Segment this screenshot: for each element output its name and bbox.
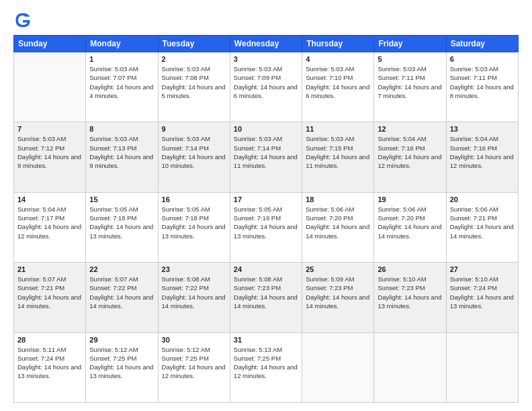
day-header-monday: Monday xyxy=(86,36,158,52)
calendar-cell: 4Sunrise: 5:03 AMSunset: 7:10 PMDaylight… xyxy=(302,52,374,122)
day-info: Sunrise: 5:10 AMSunset: 7:23 PMDaylight:… xyxy=(378,275,442,310)
calendar-cell: 14Sunrise: 5:04 AMSunset: 7:17 PMDayligh… xyxy=(14,192,86,262)
calendar-table: SundayMondayTuesdayWednesdayThursdayFrid… xyxy=(13,35,519,403)
day-info: Sunrise: 5:04 AMSunset: 7:17 PMDaylight:… xyxy=(17,205,82,240)
day-info: Sunrise: 5:05 AMSunset: 7:18 PMDaylight:… xyxy=(89,205,154,240)
calendar-cell: 6Sunrise: 5:03 AMSunset: 7:11 PMDaylight… xyxy=(446,52,518,122)
calendar-cell: 9Sunrise: 5:03 AMSunset: 7:14 PMDaylight… xyxy=(158,122,230,192)
calendar-cell: 20Sunrise: 5:06 AMSunset: 7:21 PMDayligh… xyxy=(446,192,518,262)
day-header-friday: Friday xyxy=(374,36,446,52)
day-number: 15 xyxy=(89,195,154,203)
day-number: 21 xyxy=(17,265,82,273)
day-info: Sunrise: 5:03 AMSunset: 7:11 PMDaylight:… xyxy=(378,64,442,100)
day-number: 28 xyxy=(17,336,82,344)
day-number: 11 xyxy=(306,125,370,133)
day-number: 1 xyxy=(89,55,154,63)
day-number: 10 xyxy=(234,125,298,133)
calendar-cell: 3Sunrise: 5:03 AMSunset: 7:09 PMDaylight… xyxy=(230,52,302,122)
day-info: Sunrise: 5:03 AMSunset: 7:10 PMDaylight:… xyxy=(306,64,370,100)
day-info: Sunrise: 5:03 AMSunset: 7:13 PMDaylight:… xyxy=(89,134,154,170)
calendar-cell: 12Sunrise: 5:04 AMSunset: 7:16 PMDayligh… xyxy=(374,122,446,192)
day-number: 20 xyxy=(450,195,515,203)
calendar-week-row: 7Sunrise: 5:03 AMSunset: 7:12 PMDaylight… xyxy=(14,122,519,192)
day-info: Sunrise: 5:08 AMSunset: 7:23 PMDaylight:… xyxy=(234,275,298,310)
day-info: Sunrise: 5:09 AMSunset: 7:23 PMDaylight:… xyxy=(306,275,370,310)
calendar-week-row: 14Sunrise: 5:04 AMSunset: 7:17 PMDayligh… xyxy=(14,192,519,262)
day-info: Sunrise: 5:03 AMSunset: 7:14 PMDaylight:… xyxy=(162,134,226,170)
day-number: 7 xyxy=(17,125,82,133)
day-number: 4 xyxy=(306,55,370,63)
day-number: 14 xyxy=(17,195,82,203)
day-number: 3 xyxy=(234,55,298,63)
day-info: Sunrise: 5:08 AMSunset: 7:22 PMDaylight:… xyxy=(162,275,226,310)
calendar-cell: 27Sunrise: 5:10 AMSunset: 7:24 PMDayligh… xyxy=(446,263,518,332)
day-number: 26 xyxy=(378,265,442,273)
day-number: 13 xyxy=(450,125,515,133)
day-info: Sunrise: 5:07 AMSunset: 7:21 PMDaylight:… xyxy=(17,275,82,310)
day-info: Sunrise: 5:11 AMSunset: 7:24 PMDaylight:… xyxy=(17,345,82,381)
day-header-saturday: Saturday xyxy=(446,36,518,52)
calendar-cell: 30Sunrise: 5:12 AMSunset: 7:25 PMDayligh… xyxy=(158,332,230,402)
day-number: 25 xyxy=(306,265,370,273)
calendar-cell: 1Sunrise: 5:03 AMSunset: 7:07 PMDaylight… xyxy=(86,52,158,122)
calendar-cell: 2Sunrise: 5:03 AMSunset: 7:08 PMDaylight… xyxy=(158,52,230,122)
day-number: 2 xyxy=(162,55,226,63)
day-info: Sunrise: 5:06 AMSunset: 7:21 PMDaylight:… xyxy=(450,205,515,240)
calendar-cell: 24Sunrise: 5:08 AMSunset: 7:23 PMDayligh… xyxy=(230,263,302,332)
day-info: Sunrise: 5:03 AMSunset: 7:07 PMDaylight:… xyxy=(89,64,154,100)
calendar-header-row: SundayMondayTuesdayWednesdayThursdayFrid… xyxy=(14,36,519,52)
day-info: Sunrise: 5:07 AMSunset: 7:22 PMDaylight:… xyxy=(89,275,154,310)
calendar-cell: 28Sunrise: 5:11 AMSunset: 7:24 PMDayligh… xyxy=(14,332,86,402)
calendar-week-row: 28Sunrise: 5:11 AMSunset: 7:24 PMDayligh… xyxy=(14,332,519,402)
calendar-cell: 23Sunrise: 5:08 AMSunset: 7:22 PMDayligh… xyxy=(158,263,230,332)
calendar-cell: 15Sunrise: 5:05 AMSunset: 7:18 PMDayligh… xyxy=(86,192,158,262)
calendar-cell: 25Sunrise: 5:09 AMSunset: 7:23 PMDayligh… xyxy=(302,263,374,332)
day-info: Sunrise: 5:05 AMSunset: 7:19 PMDaylight:… xyxy=(234,205,298,240)
calendar-cell xyxy=(446,332,518,402)
day-info: Sunrise: 5:10 AMSunset: 7:24 PMDaylight:… xyxy=(450,275,515,310)
day-info: Sunrise: 5:03 AMSunset: 7:14 PMDaylight:… xyxy=(234,134,298,170)
calendar-cell: 11Sunrise: 5:03 AMSunset: 7:15 PMDayligh… xyxy=(302,122,374,192)
logo-icon xyxy=(13,11,32,30)
calendar-cell: 5Sunrise: 5:03 AMSunset: 7:11 PMDaylight… xyxy=(374,52,446,122)
calendar-cell: 22Sunrise: 5:07 AMSunset: 7:22 PMDayligh… xyxy=(86,263,158,332)
day-info: Sunrise: 5:03 AMSunset: 7:15 PMDaylight:… xyxy=(306,134,370,170)
day-header-wednesday: Wednesday xyxy=(230,36,302,52)
day-header-sunday: Sunday xyxy=(14,36,86,52)
day-number: 5 xyxy=(378,55,442,63)
calendar-cell: 17Sunrise: 5:05 AMSunset: 7:19 PMDayligh… xyxy=(230,192,302,262)
day-info: Sunrise: 5:05 AMSunset: 7:18 PMDaylight:… xyxy=(162,205,226,240)
day-info: Sunrise: 5:12 AMSunset: 7:25 PMDaylight:… xyxy=(162,345,226,381)
calendar-cell: 31Sunrise: 5:13 AMSunset: 7:25 PMDayligh… xyxy=(230,332,302,402)
page: SundayMondayTuesdayWednesdayThursdayFrid… xyxy=(0,0,532,411)
calendar-cell: 16Sunrise: 5:05 AMSunset: 7:18 PMDayligh… xyxy=(158,192,230,262)
day-number: 24 xyxy=(234,265,298,273)
day-number: 18 xyxy=(306,195,370,203)
day-info: Sunrise: 5:04 AMSunset: 7:16 PMDaylight:… xyxy=(450,134,515,170)
calendar-cell: 29Sunrise: 5:12 AMSunset: 7:25 PMDayligh… xyxy=(86,332,158,402)
day-number: 23 xyxy=(162,265,226,273)
day-info: Sunrise: 5:06 AMSunset: 7:20 PMDaylight:… xyxy=(378,205,442,240)
calendar-cell: 7Sunrise: 5:03 AMSunset: 7:12 PMDaylight… xyxy=(14,122,86,192)
day-number: 27 xyxy=(450,265,515,273)
day-number: 12 xyxy=(378,125,442,133)
calendar-cell xyxy=(14,52,86,122)
calendar-cell: 18Sunrise: 5:06 AMSunset: 7:20 PMDayligh… xyxy=(302,192,374,262)
day-info: Sunrise: 5:13 AMSunset: 7:25 PMDaylight:… xyxy=(234,345,298,381)
header xyxy=(13,11,519,30)
day-number: 17 xyxy=(234,195,298,203)
calendar-cell: 26Sunrise: 5:10 AMSunset: 7:23 PMDayligh… xyxy=(374,263,446,332)
day-number: 6 xyxy=(450,55,515,63)
calendar-cell: 19Sunrise: 5:06 AMSunset: 7:20 PMDayligh… xyxy=(374,192,446,262)
day-number: 8 xyxy=(89,125,154,133)
day-header-thursday: Thursday xyxy=(302,36,374,52)
day-number: 16 xyxy=(162,195,226,203)
day-info: Sunrise: 5:12 AMSunset: 7:25 PMDaylight:… xyxy=(89,345,154,381)
day-info: Sunrise: 5:03 AMSunset: 7:11 PMDaylight:… xyxy=(450,64,515,100)
day-info: Sunrise: 5:03 AMSunset: 7:12 PMDaylight:… xyxy=(17,134,82,170)
day-info: Sunrise: 5:03 AMSunset: 7:08 PMDaylight:… xyxy=(162,64,226,100)
calendar-cell xyxy=(374,332,446,402)
day-number: 30 xyxy=(162,336,226,344)
day-number: 19 xyxy=(378,195,442,203)
day-number: 9 xyxy=(162,125,226,133)
